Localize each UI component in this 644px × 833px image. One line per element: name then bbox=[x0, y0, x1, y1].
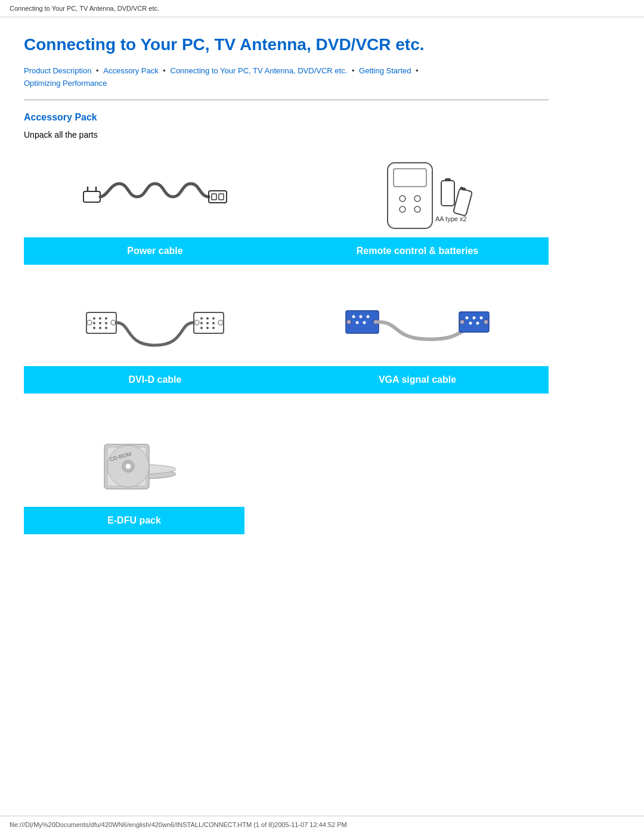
vga-signal-cable-image bbox=[286, 283, 549, 366]
svg-point-26 bbox=[105, 327, 107, 329]
svg-point-54 bbox=[476, 321, 479, 324]
e-dfu-pack-item: CD-ROM E-DFU pack bbox=[24, 423, 244, 552]
remote-control-image: AA type x2 bbox=[286, 154, 549, 237]
svg-point-52 bbox=[480, 316, 483, 319]
svg-point-27 bbox=[87, 320, 92, 325]
footer-bar: file:///D|/My%20Documents/dfu/420WN6/eng… bbox=[0, 816, 644, 833]
dvi-d-cable-label: DVI-D cable bbox=[24, 366, 286, 394]
vga-signal-cable-item: VGA signal cable bbox=[286, 283, 549, 411]
svg-rect-14 bbox=[453, 188, 472, 215]
svg-point-47 bbox=[346, 320, 351, 324]
nav-connecting[interactable]: Connecting to Your PC, TV Antenna, DVD/V… bbox=[171, 66, 348, 75]
svg-point-34 bbox=[206, 322, 209, 324]
e-dfu-pack-label: E-DFU pack bbox=[24, 507, 244, 534]
svg-rect-7 bbox=[394, 169, 426, 187]
svg-point-56 bbox=[484, 320, 488, 324]
svg-rect-5 bbox=[219, 194, 224, 200]
remote-control-item: AA type x2 Remote control & batteries bbox=[286, 154, 549, 283]
dvi-d-cable-item: DVI-D cable bbox=[24, 283, 286, 411]
dvi-d-cable-image bbox=[24, 283, 286, 366]
svg-point-25 bbox=[99, 327, 101, 329]
power-cable-label: Power cable bbox=[24, 237, 286, 265]
section-title: Accessory Pack bbox=[24, 112, 549, 123]
svg-point-8 bbox=[400, 196, 405, 202]
remote-control-svg: AA type x2 bbox=[340, 157, 495, 234]
nav-links: Product Description • Accessory Pack • C… bbox=[24, 65, 549, 90]
unpack-instruction: Unpack all the parts bbox=[24, 130, 549, 140]
svg-point-51 bbox=[473, 316, 476, 319]
svg-point-43 bbox=[360, 315, 363, 318]
svg-point-55 bbox=[460, 320, 465, 324]
svg-point-23 bbox=[105, 322, 107, 324]
vga-cable-svg bbox=[340, 286, 495, 363]
svg-point-38 bbox=[212, 327, 215, 329]
svg-point-20 bbox=[105, 317, 107, 320]
svg-point-37 bbox=[206, 327, 209, 329]
svg-point-42 bbox=[352, 315, 355, 318]
svg-point-36 bbox=[200, 327, 203, 329]
power-cable-image bbox=[24, 154, 286, 237]
svg-point-46 bbox=[363, 321, 366, 324]
svg-point-9 bbox=[414, 196, 420, 202]
e-dfu-pack-image: CD-ROM bbox=[24, 423, 244, 507]
svg-point-24 bbox=[93, 327, 95, 329]
svg-point-30 bbox=[200, 317, 203, 320]
nav-accessory-pack[interactable]: Accessory Pack bbox=[103, 66, 158, 75]
svg-point-35 bbox=[212, 322, 215, 324]
svg-rect-13 bbox=[445, 178, 451, 181]
svg-rect-29 bbox=[194, 312, 224, 333]
svg-point-18 bbox=[93, 317, 95, 320]
power-cable-svg bbox=[78, 157, 233, 234]
vga-signal-cable-label: VGA signal cable bbox=[286, 366, 549, 394]
nav-optimizing[interactable]: Optimizing Performance bbox=[24, 79, 107, 88]
svg-point-32 bbox=[212, 317, 215, 320]
svg-rect-15 bbox=[460, 186, 466, 190]
svg-point-40 bbox=[218, 320, 223, 325]
svg-point-44 bbox=[367, 315, 370, 318]
nav-getting-started[interactable]: Getting Started bbox=[359, 66, 411, 75]
accessories-grid: Power cable bbox=[24, 154, 549, 411]
power-cable-item: Power cable bbox=[24, 154, 286, 283]
nav-product-description[interactable]: Product Description bbox=[24, 66, 91, 75]
svg-point-21 bbox=[93, 322, 95, 324]
svg-point-22 bbox=[99, 322, 101, 324]
svg-point-53 bbox=[469, 321, 472, 324]
svg-text:AA type x2: AA type x2 bbox=[435, 215, 467, 222]
svg-rect-6 bbox=[388, 163, 432, 228]
svg-point-33 bbox=[200, 322, 203, 324]
svg-point-10 bbox=[400, 206, 405, 212]
svg-point-45 bbox=[356, 321, 359, 324]
svg-point-31 bbox=[206, 317, 209, 320]
svg-point-11 bbox=[414, 206, 420, 212]
svg-rect-4 bbox=[212, 194, 216, 200]
section-divider bbox=[24, 100, 549, 100]
svg-rect-0 bbox=[83, 191, 100, 202]
e-dfu-pack-svg: CD-ROM bbox=[75, 426, 194, 504]
remote-control-label: Remote control & batteries bbox=[286, 237, 549, 265]
svg-point-65 bbox=[126, 464, 131, 469]
svg-point-50 bbox=[466, 316, 469, 319]
dvi-cable-svg bbox=[78, 286, 233, 363]
page-title: Connecting to Your PC, TV Antenna, DVD/V… bbox=[24, 35, 549, 54]
svg-rect-12 bbox=[441, 181, 454, 206]
svg-rect-17 bbox=[86, 312, 116, 333]
browser-tab-title: Connecting to Your PC, TV Antenna, DVD/V… bbox=[0, 0, 644, 17]
svg-point-19 bbox=[99, 317, 101, 320]
